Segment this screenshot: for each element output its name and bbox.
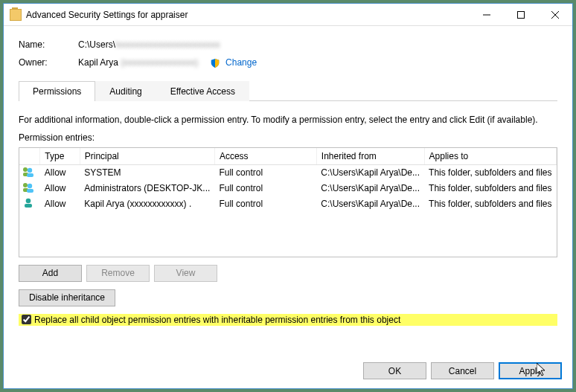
maximize-button[interactable] (504, 4, 538, 25)
name-value: C:\Users\lxxxxxxxxxxxxxxxxxxxxxxx (78, 39, 220, 50)
table-row[interactable]: AllowAdministrators (DESKTOP-JK...Full c… (19, 181, 557, 196)
close-button[interactable] (538, 4, 572, 25)
tabs: Permissions Auditing Effective Access (19, 80, 557, 101)
owner-row: Owner: Kapil Arya (xxxxxxxxxxxxxxxx) Cha… (19, 57, 557, 68)
svg-point-4 (23, 167, 28, 172)
svg-rect-1 (518, 11, 525, 18)
col-icon[interactable] (19, 148, 40, 165)
permission-entries-table[interactable]: Type Principal Access Inherited from App… (19, 147, 557, 257)
row-applies: This folder, subfolders and files (424, 181, 556, 196)
replace-child-checkbox-row[interactable]: Replace all child object permission entr… (19, 314, 557, 326)
owner-value: Kapil Arya (xxxxxxxxxxxxxxxx) Change (78, 57, 257, 68)
add-button[interactable]: Add (19, 265, 82, 282)
col-applies[interactable]: Applies to (424, 148, 556, 165)
advanced-security-window: Advanced Security Settings for appraiser… (3, 3, 573, 389)
col-principal[interactable]: Principal (80, 148, 214, 165)
principal-icon (22, 167, 34, 177)
row-inherited: C:\Users\Kapil Arya\De... (316, 196, 424, 212)
row-access: Full control (214, 181, 316, 196)
row-access: Full control (214, 164, 316, 181)
replace-child-checkbox[interactable] (22, 315, 31, 324)
permission-entries-label: Permission entries: (19, 132, 557, 143)
tab-auditing[interactable]: Auditing (95, 81, 156, 101)
info-text: For additional information, double-click… (19, 115, 557, 125)
svg-point-9 (28, 184, 32, 188)
entry-buttons: Add Remove View (19, 265, 557, 282)
name-label: Name: (19, 39, 78, 50)
inheritance-buttons: Disable inheritance (19, 289, 557, 306)
row-type: Allow (40, 164, 80, 181)
replace-child-label: Replace all child object permission entr… (34, 315, 400, 325)
owner-label: Owner: (19, 57, 78, 68)
disable-inheritance-button[interactable]: Disable inheritance (19, 289, 115, 306)
row-type: Allow (40, 196, 80, 212)
window-controls (470, 4, 572, 25)
cancel-button[interactable]: Cancel (431, 362, 494, 379)
row-type: Allow (40, 181, 80, 196)
col-type[interactable]: Type (40, 148, 80, 165)
row-principal: Kapil Arya (xxxxxxxxxxxx) . (80, 196, 214, 212)
row-icon-cell (19, 181, 40, 196)
principal-icon (22, 198, 34, 208)
dialog-footer: OK Cancel Apply (4, 356, 572, 388)
tab-effective-access[interactable]: Effective Access (156, 81, 249, 101)
table-header-row: Type Principal Access Inherited from App… (19, 148, 557, 165)
change-owner-link[interactable]: Change (225, 57, 257, 68)
row-applies: This folder, subfolders and files (424, 196, 556, 212)
titlebar[interactable]: Advanced Security Settings for appraiser (4, 4, 572, 26)
svg-rect-11 (27, 189, 33, 193)
svg-point-5 (28, 168, 32, 173)
tab-permissions[interactable]: Permissions (19, 81, 95, 101)
table-row[interactable]: AllowKapil Arya (xxxxxxxxxxxx) .Full con… (19, 196, 557, 212)
svg-rect-13 (25, 204, 32, 208)
name-row: Name: C:\Users\lxxxxxxxxxxxxxxxxxxxxxxx (19, 39, 557, 50)
shield-icon (210, 58, 220, 68)
window-title: Advanced Security Settings for appraiser (26, 10, 470, 20)
row-principal: Administrators (DESKTOP-JK... (80, 181, 214, 196)
content-area: Name: C:\Users\lxxxxxxxxxxxxxxxxxxxxxxx … (4, 26, 572, 356)
row-principal: SYSTEM (80, 164, 214, 181)
minimize-button[interactable] (470, 4, 504, 25)
col-access[interactable]: Access (214, 148, 316, 165)
row-icon-cell (19, 164, 40, 181)
svg-rect-7 (27, 173, 33, 177)
svg-point-8 (23, 183, 28, 187)
svg-point-12 (26, 199, 31, 204)
apply-button[interactable]: Apply (499, 362, 562, 379)
principal-icon (22, 182, 34, 193)
col-inherited[interactable]: Inherited from (316, 148, 424, 165)
row-access: Full control (214, 196, 316, 212)
row-inherited: C:\Users\Kapil Arya\De... (316, 164, 424, 181)
row-icon-cell (19, 196, 40, 212)
row-inherited: C:\Users\Kapil Arya\De... (316, 181, 424, 196)
row-applies: This folder, subfolders and files (424, 164, 556, 181)
ok-button[interactable]: OK (363, 362, 426, 379)
view-button: View (154, 265, 217, 282)
table-row[interactable]: AllowSYSTEMFull controlC:\Users\Kapil Ar… (19, 164, 557, 181)
remove-button: Remove (86, 265, 150, 282)
folder-icon (10, 9, 22, 21)
